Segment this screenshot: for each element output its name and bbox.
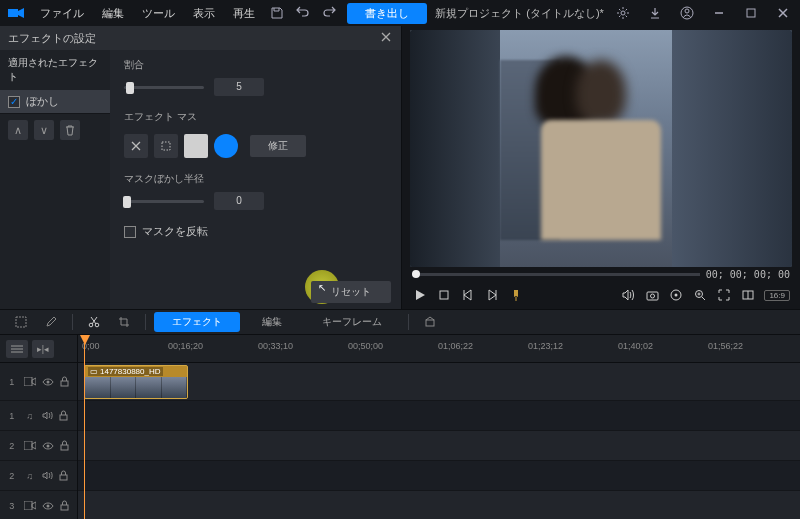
track-header-audio-1[interactable]: 1 ♫ xyxy=(0,401,77,431)
undo-icon[interactable] xyxy=(291,3,315,23)
mask-modify-button[interactable]: 修正 xyxy=(250,135,306,157)
track-header-video-1[interactable]: 1 xyxy=(0,363,77,401)
cut-tool-icon[interactable] xyxy=(81,312,107,332)
preview-scrub-row: 00; 00; 00; 00 xyxy=(410,267,792,281)
delete-effect-button[interactable] xyxy=(60,120,80,140)
tab-keyframe[interactable]: キーフレーム xyxy=(304,312,400,332)
track-header-audio-2[interactable]: 2 ♫ xyxy=(0,461,77,491)
ruler-mark: 01;56;22 xyxy=(708,341,743,351)
visibility-icon[interactable] xyxy=(42,378,54,386)
track-lane-video-3[interactable] xyxy=(78,491,800,519)
save-icon[interactable] xyxy=(265,3,289,23)
invert-mask-checkbox[interactable] xyxy=(124,226,136,238)
visibility-icon[interactable] xyxy=(42,502,54,510)
visibility-icon[interactable] xyxy=(42,442,54,450)
scrub-track[interactable] xyxy=(412,273,700,276)
next-frame-button[interactable] xyxy=(484,287,500,303)
mute-icon[interactable] xyxy=(42,411,54,420)
track-view-button[interactable] xyxy=(6,340,28,358)
zoom-icon[interactable] xyxy=(692,287,708,303)
redo-icon[interactable] xyxy=(317,3,341,23)
fullscreen-icon[interactable] xyxy=(716,287,732,303)
svg-point-0 xyxy=(621,11,625,15)
lock-icon[interactable] xyxy=(59,410,71,421)
quality-icon[interactable] xyxy=(668,287,684,303)
amount-slider[interactable] xyxy=(124,86,204,89)
lock-icon[interactable] xyxy=(59,470,71,481)
tab-effects[interactable]: エフェクト xyxy=(154,312,240,332)
applied-effects-list: 適用されたエフェクト ぼかし ∧ ∨ xyxy=(0,50,110,309)
video-track-icon xyxy=(24,441,36,450)
lock-icon[interactable] xyxy=(60,440,72,451)
account-icon[interactable] xyxy=(676,2,698,24)
radius-value[interactable]: 0 xyxy=(214,192,264,210)
stop-button[interactable] xyxy=(436,287,452,303)
scrub-thumb[interactable] xyxy=(412,270,420,278)
download-icon[interactable] xyxy=(644,2,666,24)
track-number: 1 xyxy=(6,377,18,387)
aspect-badge[interactable]: 16:9 xyxy=(764,290,790,301)
effect-item-blur[interactable]: ぼかし xyxy=(0,90,110,114)
preview-video[interactable] xyxy=(410,30,792,267)
mask-rect-button[interactable] xyxy=(184,134,208,158)
maximize-button[interactable] xyxy=(740,2,762,24)
lock-icon[interactable] xyxy=(60,376,72,387)
menu-file[interactable]: ファイル xyxy=(32,3,92,24)
snapshot-icon[interactable] xyxy=(644,287,660,303)
mask-ellipse-button[interactable] xyxy=(214,134,238,158)
minimize-button[interactable] xyxy=(708,2,730,24)
menu-play[interactable]: 再生 xyxy=(225,3,263,24)
track-header-video-3[interactable]: 3 xyxy=(0,491,77,519)
track-lane-audio-2[interactable] xyxy=(78,461,800,491)
radius-slider[interactable] xyxy=(124,200,204,203)
timecode: 00; 00; 00; 00 xyxy=(706,269,790,280)
lock-icon[interactable] xyxy=(60,500,72,511)
playhead[interactable] xyxy=(84,335,85,519)
effect-settings-panel: エフェクトの設定 適用されたエフェクト ぼかし ∧ ∨ xyxy=(0,26,402,309)
menu-tools[interactable]: ツール xyxy=(134,3,183,24)
layout-icon[interactable] xyxy=(740,287,756,303)
prev-frame-button[interactable] xyxy=(460,287,476,303)
svg-point-36 xyxy=(46,504,49,507)
track-lane-video-1[interactable]: ▭1477830880_HD xyxy=(78,363,800,401)
close-button[interactable] xyxy=(772,2,794,24)
track-number: 1 xyxy=(6,411,18,421)
reset-button[interactable]: リセット xyxy=(311,281,391,303)
pen-tool-icon[interactable] xyxy=(38,312,64,332)
menu-edit[interactable]: 編集 xyxy=(94,3,132,24)
effect-checkbox[interactable] xyxy=(8,96,20,108)
ruler-mark: 01;06;22 xyxy=(438,341,473,351)
selection-tool-icon[interactable] xyxy=(8,312,34,332)
move-down-button[interactable]: ∨ xyxy=(34,120,54,140)
marker-tool-icon[interactable] xyxy=(417,312,443,332)
timeline-content[interactable]: 0;00 00;16;20 00;33;10 00;50;00 01;06;22… xyxy=(78,335,800,519)
video-track-icon xyxy=(24,501,36,510)
ruler-mark: 01;23;12 xyxy=(528,341,563,351)
svg-point-11 xyxy=(650,294,654,298)
mute-icon[interactable] xyxy=(42,471,54,480)
track-lane-video-2[interactable] xyxy=(78,431,800,461)
marker-button[interactable] xyxy=(508,287,524,303)
volume-icon[interactable] xyxy=(620,287,636,303)
panel-header: エフェクトの設定 xyxy=(0,26,401,50)
svg-point-32 xyxy=(46,444,49,447)
export-button[interactable]: 書き出し xyxy=(347,3,427,24)
timeline-ruler[interactable]: 0;00 00;16;20 00;33;10 00;50;00 01;06;22… xyxy=(78,335,800,363)
mask-freeform-button[interactable] xyxy=(154,134,178,158)
crop-tool-icon[interactable] xyxy=(111,312,137,332)
play-button[interactable] xyxy=(412,287,428,303)
track-snap-button[interactable]: ▸|◂ xyxy=(32,340,54,358)
track-header-video-2[interactable]: 2 xyxy=(0,431,77,461)
menu-view[interactable]: 表示 xyxy=(185,3,223,24)
video-clip[interactable]: ▭1477830880_HD xyxy=(84,365,188,399)
settings-icon[interactable] xyxy=(612,2,634,24)
mask-none-button[interactable] xyxy=(124,134,148,158)
svg-line-15 xyxy=(702,297,705,300)
panel-close-button[interactable] xyxy=(377,28,395,46)
tab-edit[interactable]: 編集 xyxy=(244,312,300,332)
timeline: ▸|◂ 1 1 ♫ 2 2 ♫ 3 xyxy=(0,335,800,519)
track-lane-audio-1[interactable] xyxy=(78,401,800,431)
move-up-button[interactable]: ∧ xyxy=(8,120,28,140)
ruler-mark: 00;50;00 xyxy=(348,341,383,351)
amount-value[interactable]: 5 xyxy=(214,78,264,96)
